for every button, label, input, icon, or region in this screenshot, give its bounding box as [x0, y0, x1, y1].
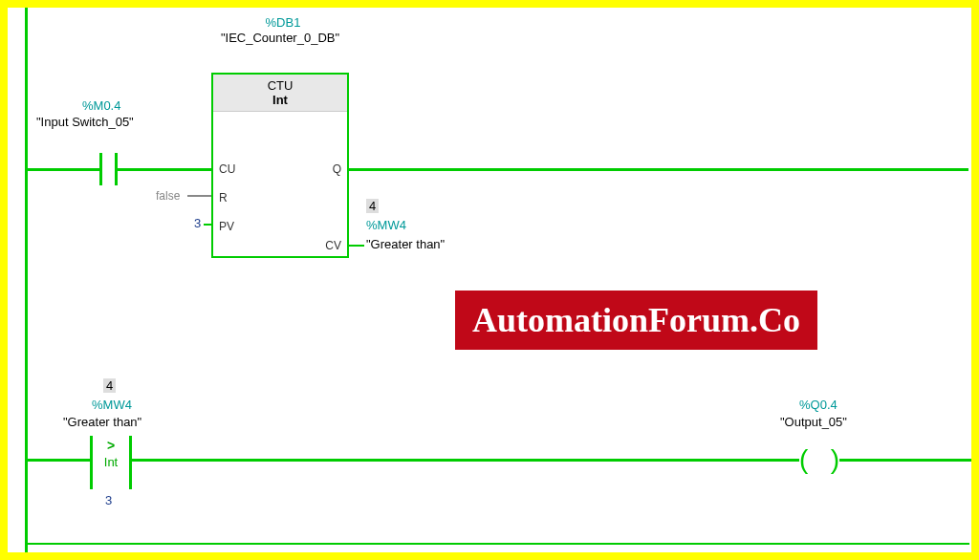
cv-wire: [347, 245, 364, 247]
cmp-val: 4: [103, 378, 116, 393]
left-rail: [25, 8, 28, 552]
db-name: "IEC_Counter_0_DB": [199, 31, 361, 46]
rung1-wire-1: [28, 168, 99, 171]
pin-r: R: [219, 191, 228, 205]
cv-name: "Greater than": [366, 237, 445, 251]
r-val: false: [156, 189, 180, 203]
cv-addr: %MW4: [366, 218, 406, 232]
rung2-wire-3: [839, 459, 971, 462]
q-wire: [347, 168, 968, 171]
out-name: "Output_05": [780, 415, 847, 429]
diagram-frame: %DB1 "IEC_Counter_0_DB" %M0.4 "Input Swi…: [0, 0, 979, 560]
cv-val: 4: [366, 199, 379, 213]
output-coil: ( ): [799, 443, 839, 476]
cmp-name: "Greater than": [63, 415, 141, 429]
input-name: "Input Switch_05": [36, 115, 134, 129]
db-addr: %DB1: [245, 15, 321, 30]
pin-q: Q: [333, 162, 341, 176]
cmp-const: 3: [105, 493, 112, 507]
pin-cv: CV: [325, 239, 341, 252]
pin-pv: PV: [219, 220, 234, 233]
ctu-block: CTU Int CU R PV Q CV: [211, 73, 349, 258]
pv-val: 3: [194, 216, 201, 230]
rung2-wire-2: [132, 459, 799, 462]
cmp-addr: %MW4: [92, 398, 132, 412]
pin-cu: CU: [219, 162, 235, 176]
rung1-wire-2: [118, 168, 211, 171]
r-wire: [187, 195, 211, 197]
rung2-wire-1: [28, 459, 90, 462]
rung3-wire: [28, 543, 969, 545]
ctu-type: Int: [213, 93, 347, 107]
out-addr: %Q0.4: [799, 398, 838, 412]
input-addr: %M0.4: [82, 98, 120, 113]
pv-wire: [204, 224, 211, 226]
ctu-header: CTU Int: [213, 75, 347, 112]
cmp-op: >: [90, 438, 132, 453]
compare-block: > Int: [90, 436, 132, 489]
cmp-type: Int: [90, 455, 132, 469]
contact1-left: [99, 153, 102, 185]
watermark: AutomationForum.Co: [455, 291, 817, 350]
ctu-title: CTU: [213, 78, 347, 93]
